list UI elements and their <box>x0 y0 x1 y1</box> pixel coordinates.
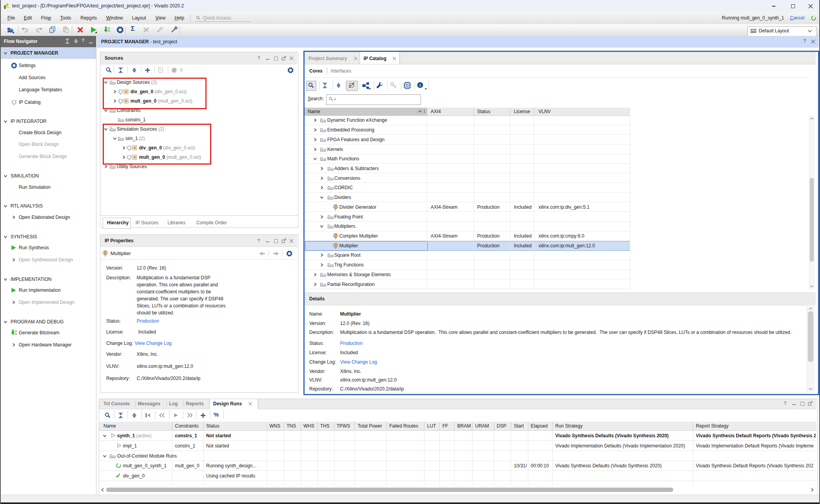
svg-text:10: 10 <box>107 30 110 32</box>
svg-text:10: 10 <box>14 333 18 335</box>
svg-text:i: i <box>419 83 421 87</box>
svg-text:01: 01 <box>107 27 110 30</box>
svg-text:?: ? <box>160 68 162 72</box>
svg-text:01: 01 <box>14 330 18 333</box>
